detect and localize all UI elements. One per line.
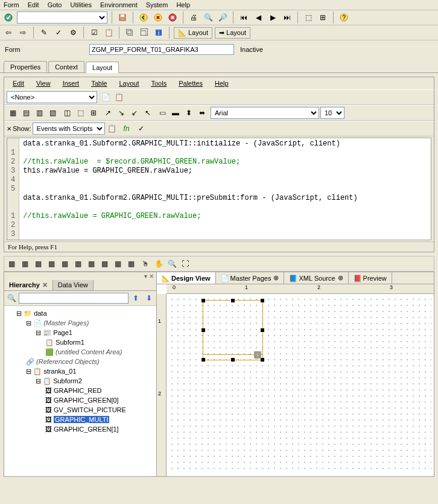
mt5-icon[interactable]: ▦: [59, 258, 71, 270]
close-script-icon[interactable]: ✕: [7, 126, 11, 132]
print-icon[interactable]: 🖨: [188, 11, 200, 24]
menu-help[interactable]: Help: [176, 1, 190, 8]
arrow-left-icon[interactable]: ⇦: [2, 27, 14, 39]
font-dropdown[interactable]: Arial: [211, 107, 319, 119]
tree-untitled[interactable]: 🟩 (untitled Content Area): [45, 347, 154, 357]
dmenu-layout[interactable]: Layout: [113, 78, 145, 88]
dmenu-help[interactable]: Help: [209, 78, 235, 88]
hierarchy-tree[interactable]: ⊟ 📁 data ⊟ 📄 (Master Pages) ⊟ 📰 Page1 📋 …: [4, 306, 156, 476]
tree-icon[interactable]: ⿻: [124, 27, 136, 39]
close-icon[interactable]: ⊗: [273, 274, 279, 282]
bt6-icon[interactable]: ⬚: [74, 107, 86, 119]
mt4-icon[interactable]: ▦: [45, 258, 57, 270]
bt14-icon[interactable]: ⬍: [183, 107, 195, 119]
cancel-icon[interactable]: [167, 11, 179, 24]
dmenu-insert[interactable]: Insert: [57, 78, 86, 88]
hierarchy-tab[interactable]: Hierarchy✕: [4, 280, 53, 290]
mt2-icon[interactable]: ▦: [19, 258, 31, 270]
back-icon[interactable]: [138, 11, 150, 24]
mt10-icon[interactable]: ▦: [125, 258, 137, 270]
panel-dropdown-icon[interactable]: ▾ ✕: [4, 272, 156, 280]
dtab-master[interactable]: 📄Master Pages⊗: [216, 272, 285, 284]
handle-bl[interactable]: [202, 358, 205, 362]
mt7-icon[interactable]: ▦: [85, 258, 97, 270]
mt6-icon[interactable]: ▦: [72, 258, 84, 270]
dmenu-table[interactable]: Table: [85, 78, 113, 88]
handle-tl[interactable]: [202, 299, 205, 302]
tree-graphic-green0[interactable]: 🖼 GRAPHIC_GREEN[0]: [45, 395, 154, 405]
dataview-tab[interactable]: Data View: [53, 280, 94, 290]
toggle-icon[interactable]: ⚙: [67, 27, 79, 39]
find-icon[interactable]: 🔍: [202, 11, 214, 24]
bt7-icon[interactable]: ⊞: [87, 107, 100, 119]
design-page[interactable]: +: [169, 296, 431, 474]
dtab-design[interactable]: 📐Design View: [157, 272, 216, 284]
findnext-icon[interactable]: 🔎: [217, 11, 229, 24]
newwin-icon[interactable]: ⬚: [302, 11, 314, 24]
down-arrow-icon[interactable]: ⬇: [143, 292, 155, 304]
tree-graphic-green1[interactable]: 🖼 GRAPHIC_GREEN[1]: [45, 424, 154, 434]
bt3-icon[interactable]: ▥: [33, 107, 45, 119]
fn-icon[interactable]: fn: [121, 123, 133, 135]
menu-form[interactable]: Form: [4, 1, 19, 8]
menu-utilities[interactable]: Utilities: [71, 1, 92, 8]
zoom-icon[interactable]: 🔍: [166, 258, 178, 270]
tab-layout[interactable]: Layout: [86, 62, 119, 73]
bt5-icon[interactable]: ◫: [61, 107, 73, 119]
shortcut-icon[interactable]: ⊞: [317, 11, 329, 24]
menu-system[interactable]: System: [146, 1, 168, 8]
fit-icon[interactable]: ⛶: [179, 258, 191, 270]
menu-environment[interactable]: Environment: [100, 1, 138, 8]
search-icon[interactable]: 🔍: [5, 292, 17, 304]
search-input[interactable]: [19, 293, 129, 304]
arrow-right-icon[interactable]: ⇨: [17, 27, 29, 39]
next-icon[interactable]: ▶: [267, 11, 279, 24]
code-body[interactable]: data.stranka_01.Subform2.GRAPHIC_MULTI::…: [19, 138, 361, 240]
tree-subform2[interactable]: ⊟ 📋 Subform2 🖼 GRAPHIC_RED 🖼 GRAPHIC_GRE…: [36, 376, 154, 434]
display-icon[interactable]: ✎: [38, 27, 50, 39]
script-tool1-icon[interactable]: 📋: [106, 123, 118, 135]
bt10-icon[interactable]: ↙: [129, 107, 141, 119]
tab-context[interactable]: Context: [48, 61, 84, 72]
dmenu-edit[interactable]: Edit: [7, 78, 30, 88]
bt2-icon[interactable]: ▤: [20, 107, 32, 119]
mt9-icon[interactable]: ▦: [112, 258, 124, 270]
bt8-icon[interactable]: ↗: [102, 107, 114, 119]
dmenu-tools[interactable]: Tools: [145, 78, 173, 88]
form-name-input[interactable]: [89, 44, 234, 55]
info-icon[interactable]: i: [153, 27, 165, 39]
pointer-icon[interactable]: 🖱: [139, 258, 151, 270]
tree-gv-switch[interactable]: 🖼 GV_SWITCH_PICTURE: [45, 405, 154, 415]
tree-graphic-multi[interactable]: 🖼 GRAPHIC_MULTI: [45, 415, 154, 424]
bt13-icon[interactable]: ▬: [170, 107, 182, 119]
last-icon[interactable]: ⏭: [281, 11, 293, 24]
tree-stranka[interactable]: ⊟ 📋 stranka_01 ⊟ 📋 Subform2 🖼 GRAPHIC_RE…: [26, 366, 154, 434]
mt3-icon[interactable]: ▦: [32, 258, 44, 270]
tree-subform1[interactable]: 📋 Subform1: [45, 337, 154, 347]
bt15-icon[interactable]: ⬌: [196, 107, 208, 119]
script-object-dropdown[interactable]: <None>: [7, 91, 97, 103]
plus-icon[interactable]: +: [254, 351, 261, 359]
handle-ml[interactable]: [202, 328, 205, 332]
tree-root[interactable]: ⊟ 📁 data ⊟ 📄 (Master Pages) ⊟ 📰 Page1 📋 …: [16, 308, 154, 434]
check-icon2[interactable]: ☑: [88, 27, 100, 39]
tab-properties[interactable]: Properties: [4, 61, 47, 72]
script-editor[interactable]: 12345 123 data.stranka_01.Subform2.GRAPH…: [7, 138, 431, 240]
layout-button-2[interactable]: ➡ Layout: [215, 27, 250, 39]
exit-icon[interactable]: [152, 11, 164, 24]
tree-graphic-red[interactable]: 🖼 GRAPHIC_RED: [45, 386, 154, 395]
mt8-icon[interactable]: ▦: [98, 258, 110, 270]
dtool1-icon[interactable]: 📄: [100, 91, 112, 103]
tree-page1[interactable]: ⊟ 📰 Page1 📋 Subform1 🟩 (untitled Content…: [36, 328, 154, 357]
save-icon[interactable]: [116, 11, 129, 24]
bt9-icon[interactable]: ↘: [115, 107, 127, 119]
first-icon[interactable]: ⏮: [238, 11, 250, 24]
tree-referenced[interactable]: 🔗 (Referenced Objects): [26, 357, 154, 366]
selected-object[interactable]: +: [203, 300, 263, 360]
where-used-icon[interactable]: 📋: [103, 27, 115, 39]
design-canvas[interactable]: 0 1 2 3 1 2 +: [157, 284, 434, 476]
events-dropdown[interactable]: Events with Scripts: [33, 123, 105, 135]
validate-icon[interactable]: ✓: [135, 123, 147, 135]
prev-icon[interactable]: ◀: [252, 11, 264, 24]
command-dropdown[interactable]: [17, 11, 107, 24]
